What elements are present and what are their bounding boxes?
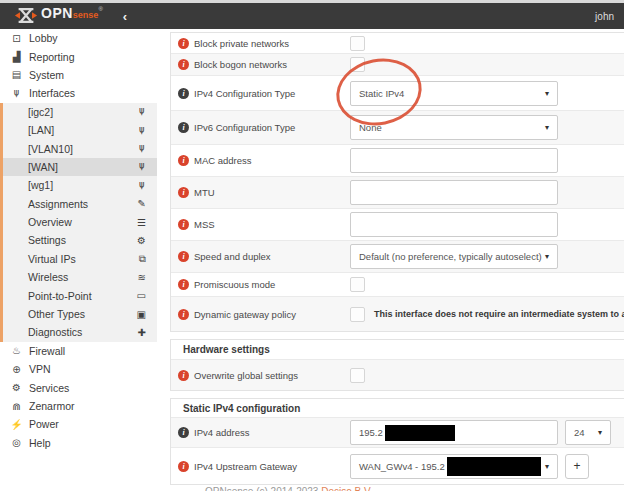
sidebar-item-wireless[interactable]: Wireless ≋ [3, 268, 157, 286]
copy-icon: ⧉ [139, 253, 146, 265]
field-label: Dynamic gateway policy [194, 309, 296, 320]
field-label: MTU [194, 187, 215, 198]
ipv4-configuration-type-select[interactable]: Static IPv4 ▾ [350, 81, 558, 106]
sidebar-nav: ⊡ Lobby ▟ Reporting ▤ System ⋔ Interface… [0, 29, 157, 491]
archive-icon: ▣ [137, 309, 146, 320]
sitemap-icon: ⋔ [138, 106, 146, 117]
modem-icon: ▭ [137, 290, 146, 301]
ipv4-address-input[interactable]: 195.2 [350, 420, 558, 445]
static-ipv4-configuration-table: Static IPv4 configuration iIPv4 address … [170, 398, 624, 485]
row-ipv4-address: iIPv4 address 195.2 24 ▾ [171, 418, 624, 448]
sidebar-item-power[interactable]: ⚡ Power [0, 415, 157, 433]
interfaces-submenu: [igc2] ⋔ [LAN] ⋔ [VLAN10] ⋔ [WAN] ⋔ [wg1… [0, 103, 157, 342]
sidebar-item-point-to-point[interactable]: Point-to-Point ▭ [3, 286, 157, 304]
footer-text: OPNsense (c) 2014-2023 Deciso B.V. [205, 486, 373, 491]
info-icon: i [178, 279, 189, 290]
row-promiscuous-mode: iPromiscuous mode [171, 273, 624, 297]
speed-and-duplex-select[interactable]: Default (no preference, typically autose… [350, 244, 558, 269]
binoculars-icon: ⋒ [9, 401, 24, 412]
footer-link[interactable]: Deciso B.V. [321, 486, 372, 491]
info-icon: i [178, 155, 189, 166]
info-icon: i [178, 219, 189, 230]
ipv4-cidr-select[interactable]: 24 ▾ [565, 420, 611, 445]
field-label: IPv6 Configuration Type [194, 122, 295, 133]
block-bogon-networks-checkbox[interactable] [350, 57, 365, 72]
section-header-static-ipv4-configuration: Static IPv4 configuration [171, 399, 624, 418]
medkit-icon: ✚ [138, 327, 146, 338]
sidebar-collapse-chevron-icon[interactable]: ‹ [123, 10, 127, 23]
sidebar-item-diagnostics[interactable]: Diagnostics ✚ [3, 323, 157, 341]
gears-icon: ⚙ [137, 235, 146, 246]
info-icon: i [178, 461, 189, 472]
mtu-input[interactable] [350, 180, 558, 205]
sidebar-item-firewall[interactable]: ♨ Firewall [0, 342, 157, 360]
sidebar-item-other-types[interactable]: Other Types ▣ [3, 305, 157, 323]
ipv4-upstream-gateway-select[interactable]: WAN_GWv4 - 195.2 ▾ [350, 454, 558, 479]
row-speed-and-duplex: iSpeed and duplex Default (no preference… [171, 241, 624, 273]
sitemap-icon: ⋔ [138, 143, 146, 154]
row-ipv6-configuration-type: iIPv6 Configuration Type None ▾ [171, 111, 624, 145]
info-icon: i [178, 187, 189, 198]
caret-down-icon: ▾ [545, 462, 549, 471]
section-title: Static IPv4 configuration [171, 403, 300, 414]
row-dynamic-gateway-policy: iDynamic gateway policy This interface d… [171, 297, 624, 331]
hardware-settings-table: Hardware settings iOverwrite global sett… [170, 339, 624, 391]
username-menu[interactable]: john [595, 11, 614, 22]
mac-address-input[interactable] [350, 148, 558, 173]
caret-down-icon: ▾ [545, 123, 549, 132]
brand-opn: OPN [41, 4, 73, 22]
field-label: Speed and duplex [194, 251, 271, 262]
row-overwrite-global-settings: iOverwrite global settings [171, 360, 624, 390]
life-ring-icon: ◎ [9, 437, 24, 448]
sitemap-icon: ⋔ [138, 161, 146, 172]
opnsense-logo[interactable]: OPN sense ® [14, 4, 103, 28]
field-label: IPv4 Upstream Gateway [194, 461, 297, 472]
sidebar-item-settings[interactable]: Settings ⚙ [3, 231, 157, 249]
sidebar-item-vlan10[interactable]: [VLAN10] ⋔ [3, 139, 157, 157]
sidebar-item-reporting[interactable]: ▟ Reporting [0, 47, 157, 65]
sidebar-item-wg1[interactable]: [wg1] ⋔ [3, 176, 157, 194]
caret-down-icon: ▾ [598, 428, 602, 437]
block-private-networks-checkbox[interactable] [350, 36, 365, 51]
info-icon: i [178, 251, 189, 262]
redaction-box [385, 425, 455, 441]
row-mtu: iMTU [171, 177, 624, 209]
sidebar-item-system[interactable]: ▤ System [0, 66, 157, 84]
app-header: OPN sense ® ‹ john [0, 3, 624, 29]
sidebar-item-lobby[interactable]: ⊡ Lobby [0, 29, 157, 47]
field-label: Promiscuous mode [194, 279, 275, 290]
info-icon: i [178, 427, 189, 438]
sitemap-icon: ⋔ [138, 125, 146, 136]
opnsense-interface-settings-screen: OPN sense ® ‹ john ⊡ Lobby ▟ Reporting ▤… [0, 0, 624, 491]
promiscuous-mode-checkbox[interactable] [350, 277, 365, 292]
sidebar-item-assignments[interactable]: Assignments ✎ [3, 195, 157, 213]
sidebar-item-zenarmor[interactable]: ⋒ Zenarmor [0, 397, 157, 415]
registered-mark: ® [98, 6, 102, 12]
system-icon: ▤ [9, 69, 24, 80]
sidebar-item-services[interactable]: ⚙ Services [0, 378, 157, 396]
sitemap-icon: ⋔ [138, 180, 146, 191]
sidebar-item-vpn[interactable]: ⊕ VPN [0, 360, 157, 378]
dynamic-gateway-policy-checkbox[interactable] [350, 307, 365, 322]
mss-input[interactable] [350, 212, 558, 237]
brand-sense: sense [73, 10, 99, 20]
field-label: IPv4 Configuration Type [194, 88, 295, 99]
sidebar-item-overview[interactable]: Overview ☰ [3, 213, 157, 231]
row-block-bogon-networks: iBlock bogon networks [171, 54, 624, 76]
field-label: IPv4 address [194, 427, 249, 438]
sidebar-item-help[interactable]: ◎ Help [0, 434, 157, 452]
caret-down-icon: ▾ [545, 252, 549, 261]
row-ipv4-upstream-gateway: iIPv4 Upstream Gateway WAN_GWv4 - 195.2 … [171, 448, 624, 484]
sidebar-item-igc2[interactable]: [igc2] ⋔ [3, 103, 157, 121]
sidebar-item-interfaces[interactable]: ⋔ Interfaces [0, 84, 157, 102]
reporting-chart-icon: ▟ [9, 51, 24, 62]
overwrite-global-settings-checkbox[interactable] [350, 368, 365, 383]
sidebar-item-virtual-ips[interactable]: Virtual IPs ⧉ [3, 250, 157, 268]
sidebar-item-wan-selected[interactable]: [WAN] ⋔ [3, 158, 157, 176]
row-mss: iMSS [171, 209, 624, 241]
ipv6-configuration-type-select[interactable]: None ▾ [350, 115, 558, 140]
row-block-private-networks: iBlock private networks [171, 33, 624, 54]
add-gateway-button[interactable]: + [565, 454, 589, 479]
info-icon: i [178, 370, 189, 381]
sidebar-item-lan[interactable]: [LAN] ⋔ [3, 121, 157, 139]
